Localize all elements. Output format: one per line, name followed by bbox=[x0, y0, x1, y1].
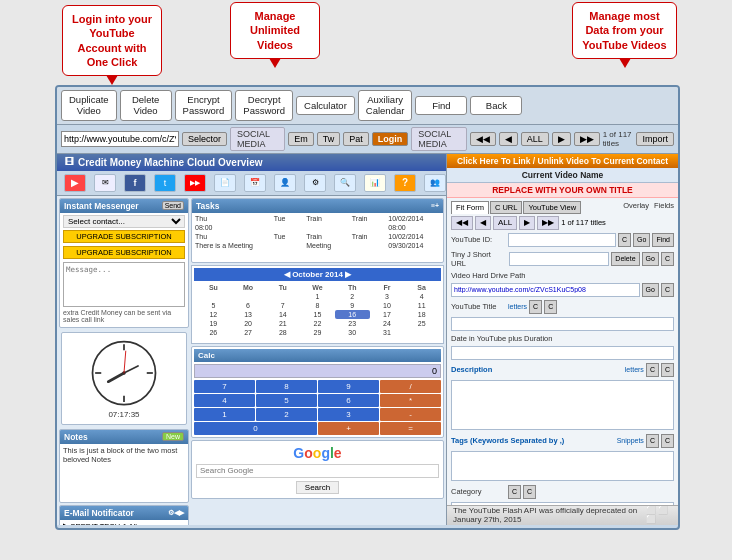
yt-hd-go[interactable]: Go bbox=[642, 283, 659, 297]
calc-2[interactable]: 2 bbox=[256, 408, 317, 421]
yt-nav-next-next[interactable]: ▶▶ bbox=[537, 216, 559, 230]
calc-4[interactable]: 4 bbox=[194, 394, 255, 407]
yt-hd-input[interactable] bbox=[451, 283, 640, 297]
yt-date-input[interactable] bbox=[451, 346, 674, 360]
yt-tiny-input[interactable] bbox=[509, 252, 609, 266]
import-btn[interactable]: Import bbox=[636, 132, 674, 146]
url-input[interactable] bbox=[61, 131, 179, 147]
tw-btn[interactable]: Tw bbox=[317, 132, 341, 146]
yt-tags-c2[interactable]: C bbox=[661, 434, 674, 448]
yt-header[interactable]: Click Here To Link / Unlink Video To Cur… bbox=[447, 154, 678, 168]
yt-cat-row: Category C C bbox=[451, 485, 674, 499]
upgrade-btn-2[interactable]: UPGRADE SUBSCRIPTION bbox=[63, 246, 185, 259]
message-textarea[interactable] bbox=[63, 262, 185, 307]
yt-cat-c2[interactable]: C bbox=[523, 485, 536, 499]
calc-3[interactable]: 3 bbox=[318, 408, 379, 421]
duplicate-video-btn[interactable]: DuplicateVideo bbox=[61, 90, 117, 121]
back-btn[interactable]: Back bbox=[470, 96, 522, 115]
icon-search2[interactable]: 🔍 bbox=[331, 173, 359, 193]
yt-go-btn2[interactable]: Go bbox=[642, 252, 659, 266]
icon-help[interactable]: ? bbox=[391, 173, 419, 193]
delete-video-btn[interactable]: DeleteVideo bbox=[120, 90, 172, 121]
notes-new-btn[interactable]: New bbox=[162, 432, 184, 441]
google-search-btn[interactable]: Search bbox=[296, 481, 339, 494]
yt-id-c-btn[interactable]: C bbox=[618, 233, 631, 247]
icon-contact[interactable]: 👤 bbox=[271, 173, 299, 193]
yt-title-c2[interactable]: C bbox=[544, 300, 557, 314]
calc-0[interactable]: 0 bbox=[194, 422, 317, 435]
login-btn[interactable]: Login bbox=[372, 132, 409, 146]
send-btn[interactable]: Send bbox=[162, 201, 184, 210]
yt-desc-c[interactable]: C bbox=[646, 363, 659, 377]
calc-add[interactable]: + bbox=[318, 422, 379, 435]
icon-settings[interactable]: ⚙ bbox=[301, 173, 329, 193]
encrypt-password-btn[interactable]: EncryptPassword bbox=[175, 90, 233, 121]
calc-div[interactable]: / bbox=[380, 380, 441, 393]
icon-yt[interactable]: ▶ bbox=[61, 173, 89, 193]
icon-yt2[interactable]: ▶▶ bbox=[181, 173, 209, 193]
yt-go-btn[interactable]: Go bbox=[633, 233, 650, 247]
calc-8[interactable]: 8 bbox=[256, 380, 317, 393]
yt-nav-prev[interactable]: ◀ bbox=[475, 216, 491, 230]
google-search-input[interactable] bbox=[196, 464, 439, 478]
yt-delete-btn[interactable]: Delete bbox=[611, 252, 639, 266]
status-text: The YouTube Flash API was officially dep… bbox=[453, 506, 646, 524]
pat-btn[interactable]: Pat bbox=[343, 132, 369, 146]
yt-cat-c[interactable]: C bbox=[508, 485, 521, 499]
selector-btn[interactable]: Selector bbox=[182, 132, 227, 146]
address-bar-row: Selector SOCIAL MEDIA Em Tw Pat Login SO… bbox=[57, 125, 678, 154]
tab-youtube-view[interactable]: YouTube View bbox=[523, 201, 581, 214]
yt-find-btn[interactable]: Find bbox=[652, 233, 674, 247]
em-btn[interactable]: Em bbox=[288, 132, 314, 146]
yt-snippets-label: Snippets bbox=[617, 437, 644, 444]
calc-mul[interactable]: * bbox=[380, 394, 441, 407]
decrypt-password-btn[interactable]: DecryptPassword bbox=[235, 90, 293, 121]
find-btn[interactable]: Find bbox=[415, 96, 467, 115]
tab-fit-form[interactable]: Fit Form bbox=[451, 201, 489, 214]
nav-prev-btn[interactable]: ◀ bbox=[499, 132, 518, 146]
yt-date-label: Date in YouTube plus Duration bbox=[451, 334, 552, 343]
yt-title-c[interactable]: C bbox=[529, 300, 542, 314]
yt-title-input[interactable] bbox=[451, 317, 674, 331]
toolbar: DuplicateVideo DeleteVideo EncryptPasswo… bbox=[57, 87, 678, 125]
yt-nav-all[interactable]: ALL bbox=[493, 216, 517, 230]
icon-email[interactable]: ✉ bbox=[91, 173, 119, 193]
calculator-btn[interactable]: Calculator bbox=[296, 96, 355, 115]
credit-text: extra Credit Money can be sent via sales… bbox=[63, 309, 185, 323]
calc-9[interactable]: 9 bbox=[318, 380, 379, 393]
yt-hd-c[interactable]: C bbox=[661, 283, 674, 297]
calc-7[interactable]: 7 bbox=[194, 380, 255, 393]
yt-desc-textarea[interactable] bbox=[451, 380, 674, 430]
yt-nav-next[interactable]: ▶ bbox=[519, 216, 535, 230]
icon-cal[interactable]: 📅 bbox=[241, 173, 269, 193]
yt-nav-prev-prev[interactable]: ◀◀ bbox=[451, 216, 473, 230]
yt-c-btn2[interactable]: C bbox=[661, 252, 674, 266]
tab-curl[interactable]: C URL bbox=[490, 201, 523, 214]
calc-5[interactable]: 5 bbox=[256, 394, 317, 407]
yt-tags-c[interactable]: C bbox=[646, 434, 659, 448]
icon-fb[interactable]: f bbox=[121, 173, 149, 193]
calc-6[interactable]: 6 bbox=[318, 394, 379, 407]
nav-prev-prev-btn[interactable]: ◀◀ bbox=[470, 132, 496, 146]
notificator-box: E-Mail Notificator ⚙◀▶ ▶ CREDIT TECH-1 A… bbox=[59, 505, 189, 525]
calc-sub[interactable]: - bbox=[380, 408, 441, 421]
nav-next-btn[interactable]: ▶ bbox=[552, 132, 571, 146]
icon-people[interactable]: 👥 bbox=[421, 173, 447, 193]
yt-id-input[interactable] bbox=[508, 233, 616, 247]
yt-desc-c2[interactable]: C bbox=[661, 363, 674, 377]
upgrade-btn-1[interactable]: UPGRADE SUBSCRIPTION bbox=[63, 230, 185, 243]
messenger-select[interactable]: Select contact... bbox=[63, 215, 185, 228]
icon-tw2[interactable]: t bbox=[151, 173, 179, 193]
auxiliary-calendar-btn[interactable]: AuxiliaryCalendar bbox=[358, 90, 413, 121]
nav-next-next-btn[interactable]: ▶▶ bbox=[574, 132, 600, 146]
icon-doc[interactable]: 📄 bbox=[211, 173, 239, 193]
calc-1[interactable]: 1 bbox=[194, 408, 255, 421]
icon-report[interactable]: 📊 bbox=[361, 173, 389, 193]
nav-all-btn[interactable]: ALL bbox=[521, 132, 549, 146]
clock-area: 07:17:35 bbox=[61, 332, 187, 425]
callout-data: Manage most Data from your YouTube Video… bbox=[572, 2, 677, 59]
tasks-grid: ThuTueTrainTrain10/02/2014 08:0008:00 Th… bbox=[195, 215, 440, 249]
yt-tags-textarea[interactable] bbox=[451, 451, 674, 481]
callout-manage: Manage Unlimited Videos bbox=[230, 2, 320, 59]
calc-eq[interactable]: = bbox=[380, 422, 441, 435]
